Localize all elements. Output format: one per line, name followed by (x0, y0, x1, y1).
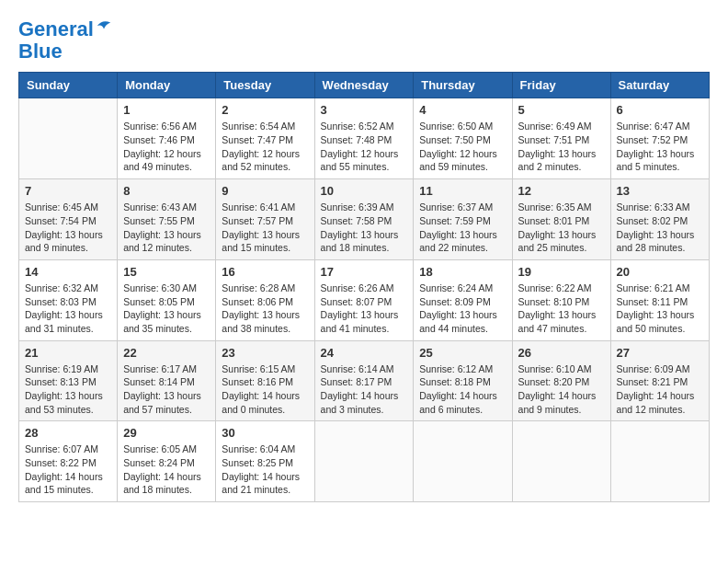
day-info: Sunrise: 6:33 AM Sunset: 8:02 PM Dayligh… (617, 201, 703, 255)
day-info: Sunrise: 6:24 AM Sunset: 8:09 PM Dayligh… (419, 282, 506, 336)
day-number: 19 (518, 265, 605, 279)
day-number: 6 (617, 103, 703, 117)
calendar-cell: 26Sunrise: 6:10 AM Sunset: 8:20 PM Dayli… (512, 340, 610, 421)
calendar-cell: 14Sunrise: 6:32 AM Sunset: 8:03 PM Dayli… (19, 259, 118, 340)
day-number: 20 (617, 265, 703, 279)
calendar-cell (314, 421, 414, 502)
day-info: Sunrise: 6:26 AM Sunset: 8:07 PM Dayligh… (321, 282, 408, 336)
day-number: 9 (222, 184, 308, 198)
day-info: Sunrise: 6:41 AM Sunset: 7:57 PM Dayligh… (222, 201, 308, 255)
day-number: 2 (222, 103, 308, 117)
day-info: Sunrise: 6:30 AM Sunset: 8:05 PM Dayligh… (123, 282, 210, 336)
logo-bird-icon (96, 17, 112, 34)
day-info: Sunrise: 6:10 AM Sunset: 8:20 PM Dayligh… (518, 362, 605, 417)
day-number: 4 (419, 103, 506, 117)
day-number: 17 (321, 265, 408, 279)
calendar-cell: 24Sunrise: 6:14 AM Sunset: 8:17 PM Dayli… (314, 340, 414, 421)
calendar-cell: 4Sunrise: 6:50 AM Sunset: 7:50 PM Daylig… (414, 98, 512, 179)
day-info: Sunrise: 6:14 AM Sunset: 8:17 PM Dayligh… (321, 362, 408, 417)
day-number: 5 (518, 103, 605, 117)
day-number: 30 (222, 426, 308, 440)
day-info: Sunrise: 6:17 AM Sunset: 8:14 PM Dayligh… (123, 362, 210, 417)
calendar-cell: 11Sunrise: 6:37 AM Sunset: 7:59 PM Dayli… (414, 179, 512, 260)
calendar-cell (19, 98, 118, 179)
calendar-cell: 29Sunrise: 6:05 AM Sunset: 8:24 PM Dayli… (118, 421, 216, 502)
calendar-cell: 9Sunrise: 6:41 AM Sunset: 7:57 PM Daylig… (216, 179, 314, 260)
calendar-cell: 10Sunrise: 6:39 AM Sunset: 7:58 PM Dayli… (314, 179, 414, 260)
day-info: Sunrise: 6:32 AM Sunset: 8:03 PM Dayligh… (25, 282, 111, 336)
calendar-cell: 21Sunrise: 6:19 AM Sunset: 8:13 PM Dayli… (19, 340, 118, 421)
day-number: 22 (123, 346, 210, 360)
calendar-cell: 25Sunrise: 6:12 AM Sunset: 8:18 PM Dayli… (414, 340, 512, 421)
day-info: Sunrise: 6:39 AM Sunset: 7:58 PM Dayligh… (321, 201, 408, 255)
calendar-cell (512, 421, 610, 502)
day-number: 8 (123, 184, 210, 198)
logo-text-line1: General (18, 18, 94, 40)
day-info: Sunrise: 6:52 AM Sunset: 7:48 PM Dayligh… (321, 120, 408, 174)
calendar-cell: 12Sunrise: 6:35 AM Sunset: 8:01 PM Dayli… (512, 179, 610, 260)
logo: General Blue (18, 18, 112, 63)
calendar-cell: 16Sunrise: 6:28 AM Sunset: 8:06 PM Dayli… (216, 259, 314, 340)
day-number: 26 (518, 346, 605, 360)
day-info: Sunrise: 6:07 AM Sunset: 8:22 PM Dayligh… (25, 442, 111, 497)
calendar-header-row: SundayMondayTuesdayWednesdayThursdayFrid… (19, 73, 710, 98)
calendar-cell (610, 421, 709, 502)
day-number: 21 (25, 346, 111, 360)
calendar-cell: 7Sunrise: 6:45 AM Sunset: 7:54 PM Daylig… (19, 179, 118, 260)
day-info: Sunrise: 6:43 AM Sunset: 7:55 PM Dayligh… (123, 201, 210, 255)
calendar-cell: 15Sunrise: 6:30 AM Sunset: 8:05 PM Dayli… (118, 259, 216, 340)
day-number: 25 (419, 346, 506, 360)
calendar-cell: 8Sunrise: 6:43 AM Sunset: 7:55 PM Daylig… (118, 179, 216, 260)
day-number: 15 (123, 265, 210, 279)
day-info: Sunrise: 6:22 AM Sunset: 8:10 PM Dayligh… (518, 282, 605, 336)
calendar-cell: 19Sunrise: 6:22 AM Sunset: 8:10 PM Dayli… (512, 259, 610, 340)
weekday-header: Tuesday (216, 73, 314, 98)
calendar-cell: 18Sunrise: 6:24 AM Sunset: 8:09 PM Dayli… (414, 259, 512, 340)
day-info: Sunrise: 6:05 AM Sunset: 8:24 PM Dayligh… (123, 442, 210, 497)
calendar-cell (414, 421, 512, 502)
calendar-cell: 20Sunrise: 6:21 AM Sunset: 8:11 PM Dayli… (610, 259, 709, 340)
day-info: Sunrise: 6:50 AM Sunset: 7:50 PM Dayligh… (419, 120, 506, 174)
day-number: 23 (222, 346, 308, 360)
day-number: 24 (321, 346, 408, 360)
day-number: 10 (321, 184, 408, 198)
weekday-header: Friday (512, 73, 610, 98)
calendar-cell: 23Sunrise: 6:15 AM Sunset: 8:16 PM Dayli… (216, 340, 314, 421)
weekday-header: Wednesday (314, 73, 414, 98)
calendar-cell: 3Sunrise: 6:52 AM Sunset: 7:48 PM Daylig… (314, 98, 414, 179)
calendar-week-row: 28Sunrise: 6:07 AM Sunset: 8:22 PM Dayli… (19, 421, 710, 502)
calendar-cell: 22Sunrise: 6:17 AM Sunset: 8:14 PM Dayli… (118, 340, 216, 421)
calendar-week-row: 14Sunrise: 6:32 AM Sunset: 8:03 PM Dayli… (19, 259, 710, 340)
calendar-cell: 17Sunrise: 6:26 AM Sunset: 8:07 PM Dayli… (314, 259, 414, 340)
weekday-header: Sunday (19, 73, 118, 98)
calendar-table: SundayMondayTuesdayWednesdayThursdayFrid… (18, 72, 710, 502)
calendar-cell: 27Sunrise: 6:09 AM Sunset: 8:21 PM Dayli… (610, 340, 709, 421)
calendar-cell: 30Sunrise: 6:04 AM Sunset: 8:25 PM Dayli… (216, 421, 314, 502)
day-info: Sunrise: 6:04 AM Sunset: 8:25 PM Dayligh… (222, 442, 308, 497)
day-number: 12 (518, 184, 605, 198)
day-number: 18 (419, 265, 506, 279)
calendar-cell: 28Sunrise: 6:07 AM Sunset: 8:22 PM Dayli… (19, 421, 118, 502)
weekday-header: Monday (118, 73, 216, 98)
day-number: 28 (25, 426, 111, 440)
day-info: Sunrise: 6:49 AM Sunset: 7:51 PM Dayligh… (518, 120, 605, 174)
weekday-header: Saturday (610, 73, 709, 98)
calendar-cell: 5Sunrise: 6:49 AM Sunset: 7:51 PM Daylig… (512, 98, 610, 179)
day-number: 11 (419, 184, 506, 198)
calendar-week-row: 21Sunrise: 6:19 AM Sunset: 8:13 PM Dayli… (19, 340, 710, 421)
day-info: Sunrise: 6:37 AM Sunset: 7:59 PM Dayligh… (419, 201, 506, 255)
page-header: General Blue (18, 18, 710, 63)
day-info: Sunrise: 6:35 AM Sunset: 8:01 PM Dayligh… (518, 201, 605, 255)
day-info: Sunrise: 6:21 AM Sunset: 8:11 PM Dayligh… (617, 282, 703, 336)
calendar-cell: 2Sunrise: 6:54 AM Sunset: 7:47 PM Daylig… (216, 98, 314, 179)
day-info: Sunrise: 6:45 AM Sunset: 7:54 PM Dayligh… (25, 201, 111, 255)
day-info: Sunrise: 6:47 AM Sunset: 7:52 PM Dayligh… (617, 120, 703, 174)
day-number: 16 (222, 265, 308, 279)
calendar-week-row: 7Sunrise: 6:45 AM Sunset: 7:54 PM Daylig… (19, 179, 710, 260)
calendar-cell: 13Sunrise: 6:33 AM Sunset: 8:02 PM Dayli… (610, 179, 709, 260)
day-info: Sunrise: 6:09 AM Sunset: 8:21 PM Dayligh… (617, 362, 703, 417)
day-info: Sunrise: 6:28 AM Sunset: 8:06 PM Dayligh… (222, 282, 308, 336)
day-info: Sunrise: 6:19 AM Sunset: 8:13 PM Dayligh… (25, 362, 111, 417)
calendar-week-row: 1Sunrise: 6:56 AM Sunset: 7:46 PM Daylig… (19, 98, 710, 179)
day-info: Sunrise: 6:56 AM Sunset: 7:46 PM Dayligh… (123, 120, 210, 174)
